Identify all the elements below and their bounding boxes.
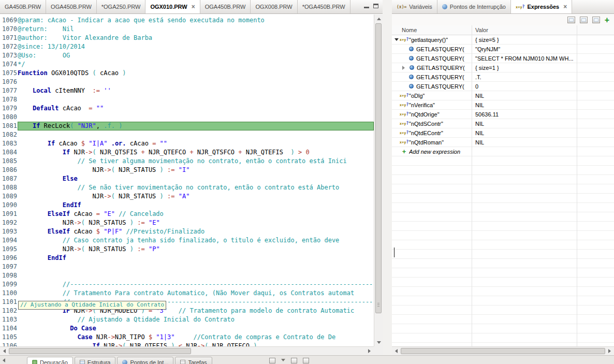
editor-tab-oga450b-prw[interactable]: OGA450B.PRW: [200, 0, 251, 13]
code-line[interactable]: 1105 Case NJR->NJR_TIPO $ "1|3" //Contra…: [0, 333, 374, 342]
expression-name-cell: GETLASTQUERY(: [392, 63, 472, 72]
collapse-toggle-icon[interactable]: [393, 35, 399, 44]
expression-row[interactable]: x+y?"nVerifica"NIL: [392, 100, 614, 110]
code-line[interactable]: 1096 EndIf: [0, 254, 374, 263]
code-line[interactable]: 1085 // Se tiver alguma movimentação no …: [0, 157, 374, 166]
code-line[interactable]: 1103 // Ajustando a Qtidade Inicial do C…: [0, 315, 374, 324]
expression-row[interactable]: GETLASTQUERY({ size=1 }: [392, 63, 614, 72]
code-line[interactable]: 1095 NJR->( NJR_STATUS ) := "P": [0, 245, 374, 254]
code-line[interactable]: 1075Function OGX010QTDS ( cAcao ): [0, 69, 374, 78]
code-line[interactable]: 1079 Default cAcao = "": [0, 104, 374, 113]
code-line[interactable]: 1084 If NJR->( NJR_QTSFIS + NJR_QTEFCO +…: [0, 148, 374, 157]
bottom-tab-estrutura[interactable]: Estrutura: [75, 357, 116, 364]
expression-row[interactable]: GETLASTQUERY(.T.: [392, 72, 614, 82]
add-new-expression-row[interactable]: +Add new expression: [392, 147, 614, 156]
view-menu-icon[interactable]: [269, 358, 275, 363]
code-line[interactable]: 1106 If NJR->( NJR_QTEFIS ) < NJR->( NJR…: [0, 342, 374, 346]
code-line[interactable]: 1072@since: 13/10/2014: [0, 42, 374, 51]
code-line[interactable]: 1087 Else: [0, 174, 374, 183]
expression-row[interactable]: x+y?"oDlg"NIL: [392, 91, 614, 100]
scroll-left-icon[interactable]: [0, 347, 9, 355]
editor-tab-oga450b-prw[interactable]: OGA450B.PRW: [46, 0, 97, 13]
code-line[interactable]: 1088 // Se não tiver movimentação no con…: [0, 183, 374, 192]
code-line[interactable]: 1080: [0, 113, 374, 122]
code-line[interactable]: 1086 NJR->( NJR_STATUS ) := "I": [0, 166, 374, 174]
expression-row[interactable]: x+y?"nQtdSContr"NIL: [392, 119, 614, 128]
code-line[interactable]: 1070@return: Nil: [0, 25, 374, 34]
column-header-valor[interactable]: Valor: [472, 25, 577, 35]
minimize-view-icon[interactable]: [364, 4, 369, 8]
code-line[interactable]: 1077 Local cItemNNY := '': [0, 86, 374, 95]
code-line[interactable]: 1089 NJR->( NJR_STATUS ) := "A": [0, 192, 374, 201]
code-editor[interactable]: 1069@param: cAcao - Indicar a acao que e…: [0, 14, 374, 346]
maximize-views-icon[interactable]: [303, 358, 309, 363]
code-line[interactable]: 1074*/: [0, 60, 374, 69]
panel-tab-pontos-de-interrup-o[interactable]: Pontos de Interrupção: [437, 0, 511, 13]
add-expression-icon[interactable]: +: [605, 17, 609, 23]
expression-row[interactable]: x+y?"getlastquery()"{ size=5 }: [392, 35, 614, 45]
watch-icon: x+y?: [400, 103, 408, 107]
editor-horizontal-scrollbar[interactable]: [0, 346, 374, 355]
panel-horizontal-scrollbar[interactable]: [392, 346, 614, 355]
panel-tab-vari-veis[interactable]: (x)=Variáveis: [392, 0, 437, 13]
code-line[interactable]: 1082: [0, 130, 374, 139]
editor-tab-ogx010-prw[interactable]: OGX010.PRW×: [145, 0, 200, 13]
filter-icon[interactable]: [281, 359, 285, 363]
scroll-down-icon[interactable]: [374, 338, 383, 346]
expression-row[interactable]: x+y?"nQtdOrige"50636.11: [392, 110, 614, 119]
panel-tab-express-es[interactable]: x+y?Expressões×: [511, 0, 572, 13]
panel-splitter[interactable]: [383, 0, 392, 355]
expression-row[interactable]: x+y?"nQtdRoman"NIL: [392, 138, 614, 147]
scroll-right-icon[interactable]: [605, 347, 614, 355]
code-line[interactable]: 1071@author: Vitor Alexandre de Barba: [0, 34, 374, 42]
maximize-view-icon[interactable]: [373, 4, 378, 8]
code-line[interactable]: 1100 // Tratamento Para contrato Automat…: [0, 289, 374, 298]
code-line[interactable]: 1092 NJR->( NJR_STATUS ) := "E": [0, 219, 374, 227]
horizontal-scrollbar-thumb[interactable]: [9, 348, 191, 354]
code-line[interactable]: 1097: [0, 263, 374, 271]
code-line[interactable]: 1069@param: cAcao - Indicar a acao que e…: [0, 16, 374, 25]
horizontal-scrollbar-thumb[interactable]: [401, 348, 605, 354]
line-number: 1084: [0, 148, 18, 157]
editor-tab-ogx008-prw[interactable]: OGX008.PRW: [251, 0, 297, 13]
column-divider[interactable]: [577, 25, 577, 346]
scroll-left-icon[interactable]: [1, 358, 5, 362]
expression-row[interactable]: GETLASTQUERY("QryNJM": [392, 45, 614, 54]
bottom-tab-pontos-de-int[interactable]: Pontos de Int...: [117, 357, 173, 364]
code-line[interactable]: 1078: [0, 95, 374, 104]
editor-vertical-scrollbar[interactable]: [374, 14, 383, 346]
scroll-left-icon[interactable]: [392, 347, 401, 355]
code-line[interactable]: 1094 // Caso contrato ja tenha sido fina…: [0, 236, 374, 245]
show-type-names-icon[interactable]: [580, 17, 588, 23]
vertical-scrollbar-thumb[interactable]: [375, 23, 382, 313]
minimize-views-icon[interactable]: [291, 358, 297, 363]
code-line[interactable]: 1093 ElseIf cAcao $ "P|F" //Previsto/Fin…: [0, 227, 374, 236]
code-line[interactable]: 1099 //---------------------------------…: [0, 280, 374, 289]
scroll-up-icon[interactable]: [374, 14, 383, 23]
code-line[interactable]: 1083 If cAcao $ "I|A" .or. cAcao = "": [0, 139, 374, 148]
scroll-right-icon[interactable]: [365, 347, 374, 355]
close-tab-icon[interactable]: ×: [563, 4, 567, 9]
expression-row[interactable]: GETLASTQUERY("SELECT * FROM NJM010 NJM W…: [392, 54, 614, 63]
expand-toggle-icon[interactable]: [401, 63, 407, 72]
close-tab-icon[interactable]: ×: [192, 4, 195, 9]
code-line[interactable]: 1098: [0, 271, 374, 280]
editor-tab-ga450b-prw[interactable]: GA450B.PRW: [0, 0, 46, 13]
expression-row[interactable]: x+y?"nQtdEContr"NIL: [392, 128, 614, 138]
code-line[interactable]: 1090 EndIf: [0, 201, 374, 210]
bottom-tab-tarefas[interactable]: Tarefas: [175, 357, 212, 364]
editor-tab-oga450b-prw[interactable]: *OGA450B.PRW: [298, 0, 350, 13]
code-line[interactable]: 1073@Uso: OG: [0, 51, 374, 60]
editor-tab-oga250-prw[interactable]: *OGA250.PRW: [97, 0, 146, 13]
import-expressions-icon[interactable]: [567, 17, 575, 23]
expression-value-cell: NIL: [472, 93, 614, 99]
column-divider[interactable]: [472, 25, 472, 346]
layout-icon[interactable]: [592, 17, 600, 23]
expression-row[interactable]: GETLASTQUERY(0: [392, 82, 614, 91]
current-debug-line[interactable]: 1081 If RecLock( "NJR", .f. ): [0, 122, 374, 130]
bottom-tab-depura-o[interactable]: Depuração: [27, 357, 73, 364]
column-header-nome[interactable]: Nome: [392, 25, 472, 35]
code-line[interactable]: 1076: [0, 78, 374, 86]
code-line[interactable]: 1091 ElseIf cAcao = "E" // Cancelado: [0, 210, 374, 219]
code-line[interactable]: 1104 Do Case: [0, 324, 374, 333]
